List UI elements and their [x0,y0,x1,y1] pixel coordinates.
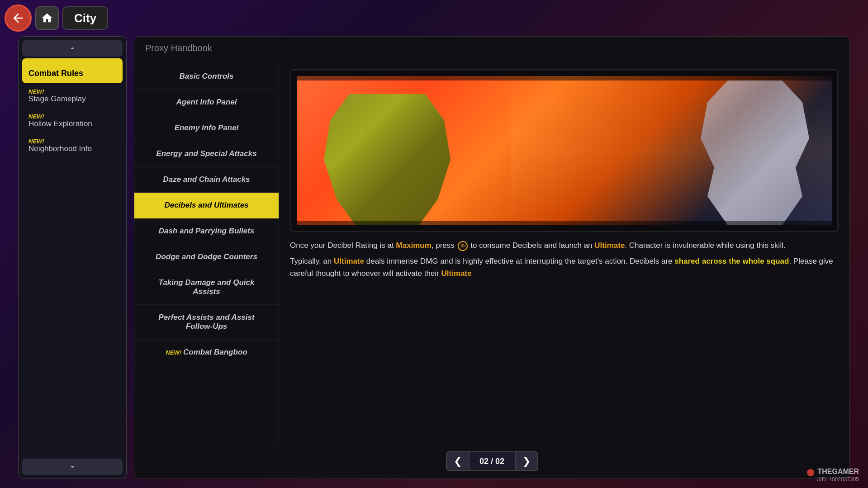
panel-header: Proxy Handbook [134,37,849,60]
sidebar-item-stage-gameplay[interactable]: NEW! Stage Gameplay [22,84,123,108]
description-fade [290,417,839,435]
back-button[interactable] [5,5,32,32]
chapter-dash-parrying[interactable]: Dash and Parrying Bullets [134,218,279,244]
brand-line: THEGAMER [807,468,859,476]
panel-title: Proxy Handbook [145,43,212,53]
character-figure [687,81,823,225]
top-bar: City [5,5,108,32]
home-button[interactable] [35,6,59,30]
mech-figure [324,94,451,225]
right-panel: Proxy Handbook Basic Controls Agent Info… [134,36,850,479]
chapter-perfect-assists[interactable]: Perfect Assists and Assist Follow-Ups [134,305,279,340]
sidebar-label-hollow-exploration: Hollow Exploration [28,119,116,128]
new-badge-hollow-exploration: NEW! [28,114,116,119]
chapter-energy-special[interactable]: Energy and Special Attacks [134,141,279,167]
sidebar-item-hollow-exploration[interactable]: NEW! Hollow Exploration [22,109,123,133]
new-badge-combat-rules: NEW! [28,63,116,69]
sidebar-item-neighborhood-info[interactable]: NEW! Neighborhood Info [22,134,123,158]
brand-icon [807,469,814,476]
desc-line1-pre: Once your Decibel Rating is at [290,241,396,250]
desc-line2-post: deals immense DMG and is highly effectiv… [364,257,674,265]
chapter-list: Basic Controls Agent Info Panel Enemy In… [134,60,279,444]
new-badge-stage-gameplay: NEW! [28,89,116,95]
sidebar-scroll-down[interactable] [22,459,123,475]
sidebar: NEW! Combat Rules NEW! Stage Gameplay NE… [18,36,127,479]
sidebar-label-stage-gameplay: Stage Gameplay [28,95,116,104]
sidebar-scroll-up[interactable] [22,40,123,57]
main-content: NEW! Combat Rules NEW! Stage Gameplay NE… [18,36,850,479]
video-overlay-bar-bottom [297,221,832,225]
ultimate-button-icon: ⊕ [458,241,468,251]
page-indicator: 02 / 02 [470,451,515,471]
chapter-daze-chain[interactable]: Daze and Chain Attacks [134,167,279,193]
panel-body: Basic Controls Agent Info Panel Enemy In… [134,60,849,444]
desc-shared: shared across the whole squad [674,257,789,265]
video-overlay-bar-top [297,76,832,81]
chapter-taking-damage[interactable]: Taking Damage and Quick Assists [134,270,279,305]
city-label: City [74,11,96,25]
watermark: THEGAMER UID: 1002037305 [807,468,859,483]
chapter-agent-info-panel[interactable]: Agent Info Panel [134,90,279,115]
brand-name: THEGAMER [817,468,859,475]
sidebar-item-combat-rules[interactable]: NEW! Combat Rules [22,58,123,83]
desc-maximum: Maximum [396,241,431,250]
prev-page-button[interactable]: ❮ [446,451,470,471]
desc-line1-mid: , press [432,241,457,250]
sidebar-label-combat-rules: Combat Rules [28,69,116,79]
uid-line: UID: 1002037305 [807,476,859,483]
desc-line1-post: to consume Decibels and launch an [469,241,595,250]
content-area: Once your Decibel Rating is at Maximum, … [279,60,849,444]
chapter-combat-bangboo[interactable]: NEW!Combat Bangboo [134,340,279,365]
next-page-button[interactable]: ❯ [515,451,538,471]
chapter-enemy-info-panel[interactable]: Enemy Info Panel [134,115,279,141]
desc-ultimate-1: Ultimate [594,241,625,250]
chapter-decibels-ultimates[interactable]: Decibels and Ultimates [134,193,279,218]
city-button[interactable]: City [62,6,108,30]
video-frame [290,69,839,232]
desc-line1-end: . Character is invulnerable while using … [625,241,785,250]
desc-line2-pre: Typically, an [290,257,334,265]
video-inner [297,76,832,225]
sidebar-items: NEW! Combat Rules NEW! Stage Gameplay NE… [22,58,123,457]
desc-ultimate-3: Ultimate [441,269,472,278]
sidebar-label-neighborhood-info: Neighborhood Info [28,144,116,153]
description-text: Once your Decibel Rating is at Maximum, … [290,239,839,435]
new-badge-neighborhood-info: NEW! [28,138,116,144]
chapter-basic-controls[interactable]: Basic Controls [134,64,279,90]
pagination: ❮ 02 / 02 ❯ [134,444,849,479]
chapter-dodge-counters[interactable]: Dodge and Dodge Counters [134,244,279,270]
desc-ultimate-2: Ultimate [334,257,364,265]
new-tag-combat-bangboo: NEW! [166,349,181,356]
